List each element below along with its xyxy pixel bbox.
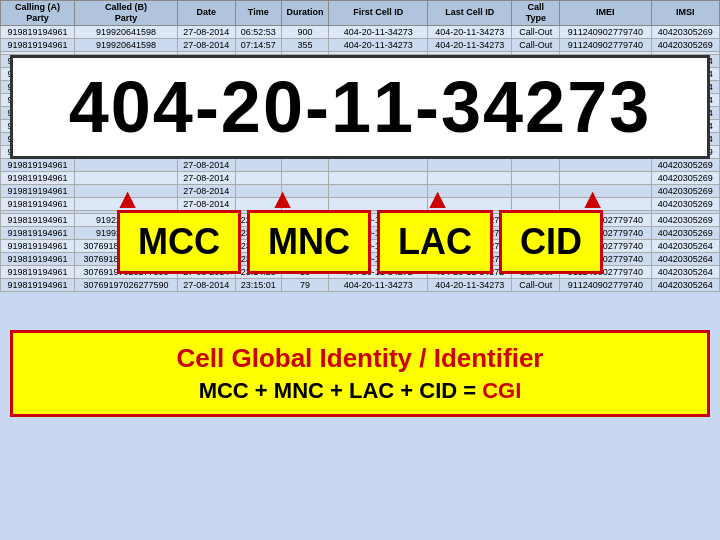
table-cell (428, 145, 512, 158)
table-cell: Call-Out (512, 252, 560, 265)
table-row: 91981919496191986745839427-08-201421:13:… (1, 93, 720, 106)
table-cell: 911240902779740 (560, 80, 651, 93)
table-cell: 919819194961 (1, 119, 75, 132)
table-cell (428, 197, 512, 210)
table-cell: SMS-In (512, 54, 560, 67)
table-cell (235, 80, 281, 93)
table-cell: 404-20-11-34273 (329, 25, 428, 38)
cgi-line1: Cell Global Identity / Identifier (27, 343, 693, 374)
table-cell: 919819194961 (1, 252, 75, 265)
table-cell: 40420305264 (651, 93, 720, 106)
table-cell: 40420305264 (651, 252, 720, 265)
table-cell: 404-20-11-34271 (329, 213, 428, 226)
table-cell: 404-20-11-34271 (428, 213, 512, 226)
table-cell (512, 184, 560, 197)
table-cell: Call-In (512, 213, 560, 226)
table-cell: 404-20-11-34273 (329, 132, 428, 145)
table-cell: 404-20-11-30021 (428, 132, 512, 145)
table-cell: 23:01:51 (235, 226, 281, 239)
table-cell (329, 145, 428, 158)
table-cell: 21:13:34 (235, 106, 281, 119)
col-imei: IMEI (560, 1, 651, 26)
table-cell: 27-08-2014 (177, 226, 235, 239)
table-cell: 40420305269 (651, 38, 720, 51)
table-cell (281, 67, 329, 80)
table-cell: 911240902779740 (560, 252, 651, 265)
table-cell (428, 171, 512, 184)
table-cell: 911240902779740 (560, 54, 651, 67)
table-cell: 30769186902842500 (75, 252, 178, 265)
table-cell: 40420305269 (651, 226, 720, 239)
table-cell: 07:14:57 (235, 38, 281, 51)
col-called-party: Called (B)Party (75, 1, 178, 26)
table-cell: 919867458394 (75, 67, 178, 80)
table-cell: 919819194961 (1, 171, 75, 184)
table-cell: 404-20-11-34273 (428, 38, 512, 51)
table-cell: 404-20-11-34__ N/A (329, 54, 428, 67)
table-header-row: Calling (A)Party Called (B)Party Date Ti… (1, 1, 720, 26)
table-cell (281, 197, 329, 210)
table-cell: SMS-In (512, 67, 560, 80)
table-cell: 900 (281, 25, 329, 38)
table-cell (235, 158, 281, 171)
table-cell: 27-08-2014 (177, 158, 235, 171)
table-row: 9198191949613076918690284250027-08-20142… (1, 239, 720, 252)
table-row: 91981919496127-08-201440420305269 (1, 145, 720, 158)
table-cell: 40420305269 (651, 213, 720, 226)
table-cell: 919867458394 (75, 119, 178, 132)
table-cell: SMS-Out (512, 93, 560, 106)
table-row: 91981919496191986745839427-08-201421:13:… (1, 106, 720, 119)
col-imsi: IMSI (651, 1, 720, 26)
table-cell: Call-Out (512, 278, 560, 291)
table-cell: 40420305269 (651, 171, 720, 184)
table-cell: 40420305264 (651, 80, 720, 93)
table-cell: 919819194961 (1, 38, 75, 51)
table-cell: 404-20-11-30021 (329, 93, 428, 106)
table-cell: 919867458394 (75, 54, 178, 67)
table-cell: N/A (428, 119, 512, 132)
table-cell: SMS-Out (512, 119, 560, 132)
table-cell: Call-Out (512, 265, 560, 278)
table-cell: 404-20-11-34272 (329, 265, 428, 278)
col-call-type: CallType (512, 1, 560, 26)
table-cell: 404-20-11-37591 (329, 106, 428, 119)
table-cell (428, 67, 512, 80)
table-cell (235, 171, 281, 184)
table-cell (329, 197, 428, 210)
table-cell: Call-Out (512, 239, 560, 252)
table-cell: N/A (428, 93, 512, 106)
table-cell: 23:13:21 (235, 252, 281, 265)
table-row: 9198191949613076918690284250027-08-20142… (1, 132, 720, 145)
table-cell: 919819194961 (1, 213, 75, 226)
table-cell (428, 158, 512, 171)
table-row: 91981919496127-08-201440420305269 (1, 184, 720, 197)
table-cell (560, 158, 651, 171)
table-cell: 404-20-11-34272 (428, 265, 512, 278)
table-cell (329, 158, 428, 171)
table-cell (281, 184, 329, 197)
table-cell (75, 184, 178, 197)
table-cell: 23:14:23 (235, 265, 281, 278)
table-cell: 27-08-2014 (177, 197, 235, 210)
table-cell: 40420305269 (651, 25, 720, 38)
table-cell (281, 158, 329, 171)
table-cell: 911240902779740 (560, 93, 651, 106)
table-cell: N/A (428, 106, 512, 119)
table-row: 9198191949613076919702627759027-08-20142… (1, 278, 720, 291)
table-cell: 911240902779740 (560, 132, 651, 145)
table-cell (281, 171, 329, 184)
table-cell: 404-20-11-34271 (428, 239, 512, 252)
table-cell: 40420305264 (651, 265, 720, 278)
table-cell: 911240902779740 (560, 25, 651, 38)
table-cell: 120 (281, 252, 329, 265)
table-cell: 21:24:38 (235, 132, 281, 145)
table-cell (75, 145, 178, 158)
table-cell: 27-08-2014 (177, 67, 235, 80)
table-cell: 919819194961 (1, 67, 75, 80)
cgi-line2-prefix: MCC + MNC + LAC + CID = (199, 378, 483, 403)
table-cell: 27-08-2014 (177, 171, 235, 184)
table-cell: 27-08-2014 (177, 38, 235, 51)
table-cell: 0 (281, 106, 329, 119)
table-cell: 919920641598 (75, 38, 178, 51)
table-cell: 919819194961 (1, 278, 75, 291)
